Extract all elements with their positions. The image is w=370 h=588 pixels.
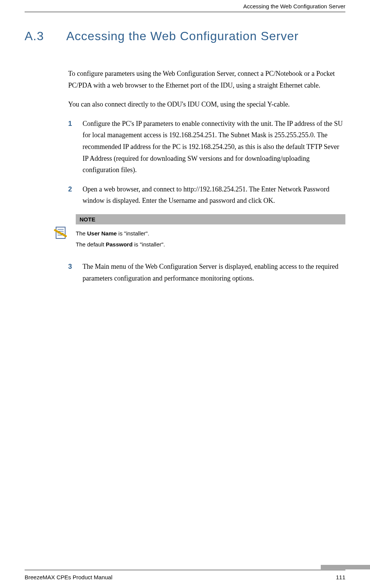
note-text: is "installer". [133,241,165,248]
list-number: 2 [68,183,72,195]
list-text: Open a web browser, and connect to http:… [83,185,329,205]
procedure-list-continued: 3 The Main menu of the Web Configuration… [68,261,345,284]
list-text: Configure the PC's IP parameters to enab… [83,120,343,174]
intro-paragraph-1: To configure parameters using the Web Co… [68,68,345,91]
section-title: Accessing the Web Configuration Server [66,29,299,43]
list-item: 3 The Main menu of the Web Configuration… [68,261,345,284]
footer-page-number: 111 [325,574,345,580]
note-content: NOTE The User Name is "installer". The d… [76,214,345,253]
note-icon [53,226,68,242]
note-text: The default [76,241,106,248]
footer-manual-title: BreezeMAX CPEs Product Manual [25,574,112,580]
note-bold: User Name [87,230,117,237]
footer-page-decoration: 111 [325,574,345,580]
list-item: 2 Open a web browser, and connect to htt… [68,183,345,207]
list-text: The Main menu of the Web Configuration S… [83,263,339,282]
note-text: The [76,230,87,237]
list-item: 1 Configure the PC's IP parameters to en… [68,118,345,176]
footer-rule [25,570,345,570]
intro-paragraph-2: You can also connect directly to the ODU… [68,99,345,110]
section-heading: A.3Accessing the Web Configuration Serve… [25,29,345,43]
note-callout: NOTE The User Name is "installer". The d… [53,214,345,253]
note-header: NOTE [76,214,345,224]
note-body: The User Name is "installer". The defaul… [76,224,345,253]
running-header: Accessing the Web Configuration Server [25,0,345,12]
note-bold: Password [106,241,133,248]
page-footer: BreezeMAX CPEs Product Manual 111 [25,570,345,580]
section-number: A.3 [25,29,66,43]
procedure-list: 1 Configure the PC's IP parameters to en… [68,118,345,207]
list-number: 3 [68,261,72,273]
list-number: 1 [68,118,72,130]
note-text: is "installer". [117,230,149,237]
